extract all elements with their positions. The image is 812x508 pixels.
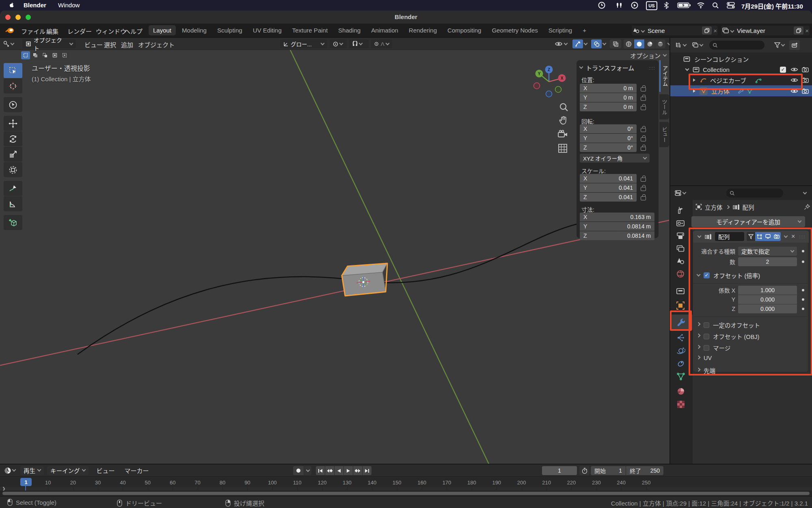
modifier-apply-on-spline-button[interactable] <box>747 232 755 241</box>
collection-expand-arrow[interactable] <box>685 67 689 71</box>
curve-expand-arrow[interactable] <box>693 78 695 82</box>
input-source-badge[interactable]: US <box>646 1 657 10</box>
camera-view-icon[interactable] <box>557 129 568 140</box>
modifier-name-field[interactable]: 配列 <box>715 232 744 241</box>
shading-wireframe-button[interactable] <box>624 39 634 48</box>
play-button[interactable] <box>344 466 353 475</box>
tab-rendering[interactable]: Rendering <box>404 25 441 35</box>
shading-material-button[interactable] <box>645 39 655 48</box>
pan-view-icon[interactable] <box>558 115 569 126</box>
tab-output[interactable] <box>676 232 685 240</box>
location-x-field[interactable]: X0 m <box>580 84 637 93</box>
offset-relative-header[interactable]: ✓ オフセット (倍率) <box>697 271 760 280</box>
cube-expand-arrow[interactable] <box>693 89 695 93</box>
lock-location-y-icon[interactable] <box>641 95 646 101</box>
pivot-point-dropdown[interactable] <box>330 39 347 48</box>
apple-icon[interactable] <box>8 2 15 9</box>
tweak-select-tool[interactable] <box>4 97 22 112</box>
cube-render-camera-icon[interactable] <box>802 88 809 94</box>
new-scene-button[interactable] <box>702 26 712 35</box>
frame-end-field[interactable]: 終了250 <box>626 466 663 475</box>
tab-texture[interactable] <box>676 400 685 409</box>
snap-toggle[interactable] <box>349 39 369 48</box>
panel-grip[interactable]: :::: <box>649 65 655 70</box>
scene-selector[interactable]: Scene × <box>632 26 718 35</box>
tab-constraints[interactable] <box>676 359 685 368</box>
select-mode-set-button[interactable] <box>21 51 30 59</box>
rotation-x-field[interactable]: X0° <box>580 124 637 133</box>
scene-name[interactable]: Scene <box>648 27 665 34</box>
unlink-scene-button[interactable]: × <box>713 27 717 34</box>
dimensions-x-field[interactable]: X0.163 m <box>580 213 654 221</box>
viewlayer-selector[interactable]: ViewLayer × <box>721 26 810 35</box>
overlays-toggle[interactable] <box>591 39 606 48</box>
select-mode-invert-button[interactable] <box>50 51 59 59</box>
merge-checkbox[interactable] <box>704 345 709 351</box>
tab-shading[interactable]: Shading <box>334 25 365 35</box>
breadcrumb-object[interactable]: 立方体 <box>705 203 723 211</box>
cursor-tool[interactable] <box>4 78 22 93</box>
tab-object-data[interactable] <box>676 372 685 381</box>
frame-start-field[interactable]: 開始1 <box>591 466 626 475</box>
constant-offset-checkbox[interactable] <box>704 322 709 328</box>
curve-render-camera-icon[interactable] <box>802 77 809 83</box>
select-box-tool[interactable] <box>4 63 22 78</box>
dimensions-y-field[interactable]: Y0.0814 m <box>580 222 654 231</box>
remove-viewlayer-button[interactable]: × <box>805 27 809 34</box>
measure-tool[interactable] <box>4 196 22 211</box>
tab-scripting[interactable]: Scripting <box>544 25 577 35</box>
tab-texture-paint[interactable]: Texture Paint <box>288 25 333 35</box>
rotate-tool[interactable] <box>4 131 22 146</box>
section-merge[interactable]: マージ <box>697 343 730 352</box>
select-mode-subtract-button[interactable] <box>41 51 50 59</box>
transform-panel-header[interactable]: トランスフォーム :::: <box>580 63 655 72</box>
section-constant-offset[interactable]: 一定のオフセット <box>697 321 760 329</box>
rotation-mode-dropdown[interactable]: XYZ オイラー角 <box>580 154 650 163</box>
blender-logo-icon[interactable] <box>5 27 15 34</box>
bluetooth-icon[interactable] <box>663 2 669 9</box>
menubar-app-menu[interactable]: Blender <box>24 2 46 9</box>
lock-location-z-icon[interactable] <box>641 104 646 110</box>
lock-scale-y-icon[interactable] <box>641 185 646 191</box>
playback-dropdown[interactable]: 再生 <box>20 466 44 475</box>
lock-scale-z-icon[interactable] <box>641 194 646 200</box>
tab-particles[interactable] <box>676 333 685 342</box>
shading-solid-button[interactable] <box>634 39 644 48</box>
rotation-z-field[interactable]: Z0° <box>580 143 637 152</box>
new-collection-button[interactable] <box>789 40 800 50</box>
sidebar-tab-tool[interactable]: ツール <box>659 94 669 119</box>
tab-scene[interactable] <box>676 257 685 265</box>
horizontal-scrollbar[interactable] <box>2 492 810 495</box>
menu-render[interactable]: レンダー <box>63 27 96 35</box>
outliner-row-bezier-curve[interactable]: ベジエカーブ <box>670 75 812 85</box>
tab-tool[interactable] <box>676 206 685 215</box>
add-cube-tool[interactable] <box>4 215 22 230</box>
tab-animation[interactable]: Animation <box>367 25 403 35</box>
modifier-show-editmode-button[interactable] <box>755 232 764 241</box>
collection-checkbox[interactable]: ✓ <box>780 67 786 73</box>
modifier-collapse-arrow[interactable] <box>698 234 702 238</box>
modifier-delete-button[interactable]: × <box>791 233 795 240</box>
keying-dropdown[interactable]: キーイング <box>47 466 89 475</box>
new-viewlayer-button[interactable] <box>794 26 803 35</box>
annotate-tool[interactable] <box>4 181 22 196</box>
shading-rendered-button[interactable] <box>655 39 665 48</box>
tab-modifiers-active[interactable] <box>670 315 693 330</box>
auto-keying-dropdown[interactable] <box>304 466 311 475</box>
tab-collection[interactable] <box>676 287 685 295</box>
viewport-menu-object[interactable]: オブジェクト <box>134 40 179 49</box>
collection-hide-eye-icon[interactable] <box>790 67 798 72</box>
tab-uv-editing[interactable]: UV Editing <box>248 25 286 35</box>
lock-scale-x-icon[interactable] <box>641 176 646 182</box>
scale-x-field[interactable]: X0.041 <box>580 174 637 183</box>
outliner-editor-type-button[interactable] <box>675 42 686 49</box>
cube-label[interactable]: 立方体 <box>711 87 730 95</box>
modifier-show-render-button[interactable] <box>772 232 781 241</box>
curve-hide-eye-icon[interactable] <box>790 77 798 83</box>
fit-type-dropdown[interactable]: 定数で指定 <box>738 247 797 256</box>
object-offset-checkbox[interactable] <box>704 334 709 339</box>
scene-collection-label[interactable]: シーンコレクション <box>694 55 749 63</box>
outliner-filter-button[interactable] <box>774 42 784 48</box>
jump-to-end-button[interactable] <box>363 466 371 475</box>
tab-modeling[interactable]: Modeling <box>177 25 211 35</box>
